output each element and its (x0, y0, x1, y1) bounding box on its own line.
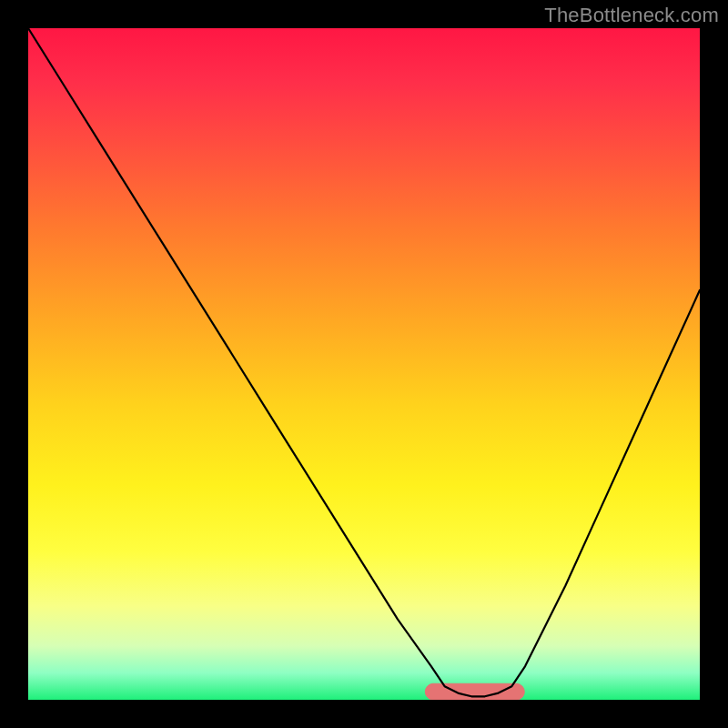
bottleneck-curve-path (28, 28, 700, 696)
plot-area (28, 28, 700, 700)
watermark-text: TheBottleneck.com (544, 4, 719, 27)
chart-frame: TheBottleneck.com (0, 0, 728, 728)
bottleneck-curve-svg (28, 28, 700, 700)
